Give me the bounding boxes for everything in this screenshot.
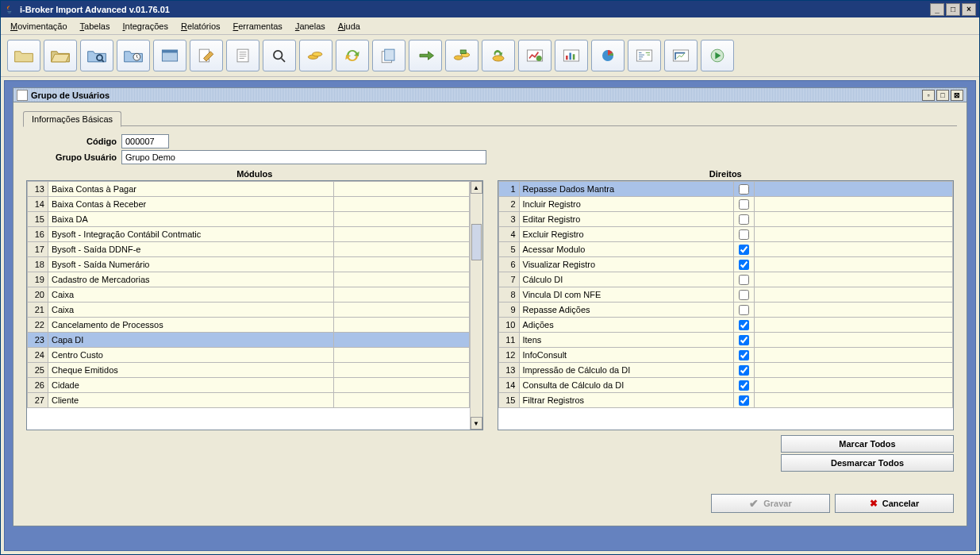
svg-rect-10 — [385, 49, 394, 60]
menu-ferramentas[interactable]: Ferramentas — [229, 20, 287, 33]
table-row[interactable]: 7Cálculo DI — [498, 272, 953, 287]
tb-play-icon[interactable] — [701, 40, 734, 71]
table-row[interactable]: 9Repasse Adições — [498, 303, 953, 318]
tb-money-icon[interactable] — [445, 40, 478, 71]
codigo-field[interactable] — [121, 134, 169, 148]
table-row[interactable]: 10Adições — [498, 318, 953, 333]
tb-refresh-money-icon[interactable] — [482, 40, 515, 71]
scroll-down-icon[interactable]: ▼ — [471, 417, 482, 430]
close-button[interactable]: × — [962, 3, 976, 16]
tb-coins-icon[interactable] — [299, 40, 332, 71]
grupo-label: Grupo Usuário — [26, 152, 121, 162]
direitos-table[interactable]: 1Repasse Dados Mantra2Incluir Registro3E… — [498, 181, 954, 430]
permission-checkbox[interactable] — [739, 290, 749, 300]
tb-window-icon[interactable] — [153, 40, 186, 71]
permission-checkbox[interactable] — [739, 199, 749, 210]
svg-point-8 — [313, 52, 322, 56]
permission-checkbox[interactable] — [739, 380, 749, 391]
inner-close-button[interactable]: ⊠ — [951, 90, 963, 101]
inner-minimize-button[interactable]: ▫ — [922, 90, 935, 101]
table-row[interactable]: 5Acessar Modulo — [498, 242, 953, 257]
tb-arrow-icon[interactable] — [409, 40, 442, 71]
table-row[interactable]: 18Bysoft - Saída Numerário — [28, 257, 470, 272]
table-row[interactable]: 15Filtrar Registros — [498, 393, 953, 408]
minimize-button[interactable]: _ — [930, 3, 944, 16]
table-row[interactable]: 12InfoConsult — [498, 348, 953, 363]
table-row[interactable]: 19Cadastro de Mercadorias — [28, 272, 470, 287]
table-row[interactable]: 14Consulta de Cálculo da DI — [498, 378, 953, 393]
modulos-scrollbar[interactable]: ▲ ▼ — [470, 181, 482, 430]
table-row[interactable]: 17Bysoft - Saída DDNF-e — [28, 242, 470, 257]
tb-code-icon[interactable] — [628, 40, 661, 71]
tb-bars-icon[interactable] — [555, 40, 588, 71]
menu-ajuda[interactable]: Ajuda — [333, 20, 365, 33]
table-row[interactable]: 13Baixa Contas à Pagar — [28, 182, 470, 197]
desmarcar-todos-button[interactable]: Desmarcar Todos — [781, 454, 954, 472]
tb-sync-icon[interactable] — [336, 40, 369, 71]
menu-movimentacao[interactable]: Movimentação — [6, 20, 72, 33]
table-row[interactable]: 14Baixa Contas à Receber — [28, 197, 470, 212]
tb-doc-icon[interactable] — [226, 40, 259, 71]
maximize-button[interactable]: □ — [946, 3, 960, 16]
permission-checkbox[interactable] — [739, 229, 749, 240]
table-row[interactable]: 27Cliente — [28, 393, 470, 408]
permission-checkbox[interactable] — [739, 350, 749, 360]
table-row[interactable]: 21Caixa — [28, 303, 470, 318]
table-row[interactable]: 13Impressão de Cálculo da DI — [498, 363, 953, 378]
permission-checkbox[interactable] — [739, 260, 749, 270]
table-row[interactable]: 6Visualizar Registro — [498, 257, 953, 272]
tb-chart-icon[interactable] — [518, 40, 551, 71]
table-row[interactable]: 2Incluir Registro — [498, 197, 953, 212]
permission-checkbox[interactable] — [739, 335, 749, 345]
tb-pie-icon[interactable] — [591, 40, 625, 71]
table-row[interactable]: 4Excluir Registro — [498, 227, 953, 242]
table-row[interactable]: 22Cancelamento de Processos — [28, 318, 470, 333]
tb-clock-icon[interactable] — [117, 40, 150, 71]
permission-checkbox[interactable] — [739, 275, 749, 285]
scroll-thumb[interactable] — [471, 224, 482, 260]
table-row[interactable]: 24Centro Custo — [28, 348, 470, 363]
tb-search-icon[interactable] — [263, 40, 296, 71]
tb-browse-icon[interactable] — [80, 40, 113, 71]
permission-checkbox[interactable] — [739, 214, 749, 225]
tab-informacoes-basicas[interactable]: Informações Básicas — [23, 111, 121, 127]
table-row[interactable]: 23Capa DI — [28, 333, 470, 348]
tb-folder-icon[interactable] — [7, 40, 40, 71]
cancelar-button[interactable]: ✖Cancelar — [835, 494, 954, 513]
toolbar — [1, 35, 979, 77]
tb-corner-icon[interactable] — [664, 40, 698, 71]
permission-checkbox[interactable] — [739, 395, 749, 406]
codigo-label: Código — [26, 137, 121, 146]
modulos-table-wrap: 13Baixa Contas à Pagar14Baixa Contas à R… — [26, 180, 483, 430]
gravar-button[interactable]: ✔Gravar — [711, 494, 830, 513]
table-row[interactable]: 1Repasse Dados Mantra — [498, 182, 953, 197]
table-row[interactable]: 11Itens — [498, 333, 953, 348]
inner-maximize-button[interactable]: □ — [936, 90, 949, 101]
scroll-up-icon[interactable]: ▲ — [471, 181, 482, 194]
table-row[interactable]: 8Vincula DI com NFE — [498, 287, 953, 303]
grupo-usuario-field[interactable] — [121, 150, 486, 164]
table-row[interactable]: 15Baixa DA — [28, 212, 470, 227]
svg-rect-13 — [460, 50, 466, 53]
tb-edit-icon[interactable] — [190, 40, 223, 71]
permission-checkbox[interactable] — [739, 184, 749, 195]
titlebar: i-Broker Import Advanced v.01.76.01 _ □ … — [1, 1, 979, 17]
tb-sheets-icon[interactable] — [372, 40, 405, 71]
modulos-table[interactable]: 13Baixa Contas à Pagar14Baixa Contas à R… — [27, 181, 470, 430]
table-row[interactable]: 20Caixa — [28, 287, 470, 303]
menu-tabelas[interactable]: Tabelas — [75, 20, 115, 33]
marcar-todos-button[interactable]: Marcar Todos — [781, 435, 954, 453]
tb-folder2-icon[interactable] — [44, 40, 77, 71]
menu-integracoes[interactable]: Integrações — [117, 20, 173, 33]
svg-point-6 — [274, 51, 282, 60]
menu-janelas[interactable]: Janelas — [290, 20, 330, 33]
table-row[interactable]: 16Bysoft - Integração Contábil Contmatic — [28, 227, 470, 242]
table-row[interactable]: 25Cheque Emitidos — [28, 363, 470, 378]
permission-checkbox[interactable] — [739, 305, 749, 315]
table-row[interactable]: 26Cidade — [28, 378, 470, 393]
menu-relatorios[interactable]: Relatórios — [176, 20, 225, 33]
permission-checkbox[interactable] — [739, 365, 749, 376]
table-row[interactable]: 3Editar Registro — [498, 212, 953, 227]
permission-checkbox[interactable] — [739, 245, 749, 255]
permission-checkbox[interactable] — [739, 320, 749, 330]
